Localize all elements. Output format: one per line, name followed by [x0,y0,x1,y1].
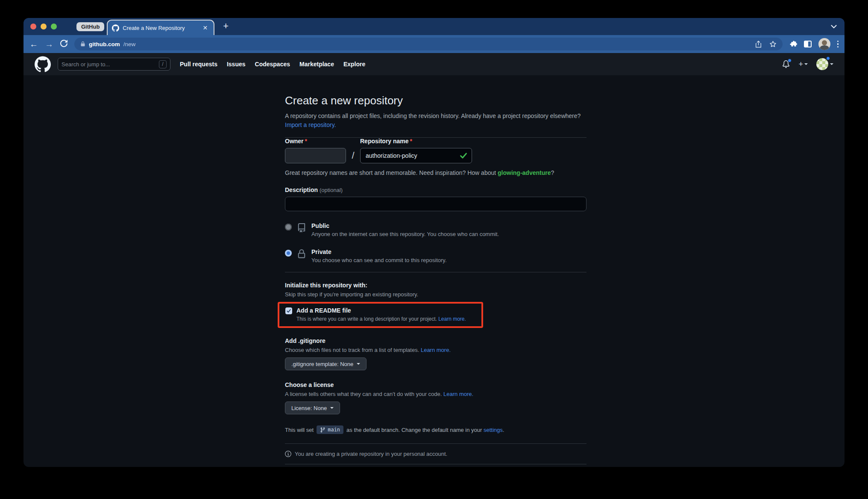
owner-repo-separator: / [346,150,360,161]
readme-note: This is where you can write a long descr… [296,316,466,322]
repo-name-fields: / [285,148,586,163]
url-path: /new [123,41,136,47]
private-option-row[interactable]: Private You choose who can see and commi… [285,248,586,263]
browser-menu-icon[interactable] [837,41,839,48]
tab-strip: GitHub Create a New Repository ✕ + [23,18,845,35]
nav-explore[interactable]: Explore [343,61,365,68]
info-note-row: You are creating a private repository in… [285,451,586,457]
gitignore-note: Choose which files not to track from a l… [285,347,586,353]
share-icon[interactable] [755,41,762,48]
initialize-title: Initialize this repository with: [285,282,586,289]
public-option-row[interactable]: Public Anyone on the internet can see th… [285,222,586,237]
readme-checkbox[interactable] [285,307,292,314]
suggested-name-link[interactable]: glowing-adventure [498,169,551,176]
gitignore-button-label: .gitignore template: None [291,361,353,367]
public-title: Public [311,222,499,229]
new-tab-button[interactable]: + [220,21,231,32]
github-logo-icon[interactable] [35,56,51,72]
tab-search-chevron-icon[interactable] [831,23,837,30]
repo-book-icon [297,223,306,234]
back-icon[interactable]: ← [29,40,38,48]
chevron-down-icon [357,363,360,365]
repo-name-labels: Owner* Repository name* [285,138,586,148]
description-input[interactable] [285,197,586,211]
private-note: You choose who can see and commit to thi… [311,257,447,263]
page-content: Create a new repository A repository con… [23,75,845,467]
owner-label: Owner* [285,138,346,145]
license-button-label: License: None [291,405,327,411]
branch-pill: main [317,425,343,434]
branch-note-middle: as the default branch. Change the defaul… [346,427,504,433]
chevron-down-icon [830,63,833,65]
github-header: / Pull requests Issues Codespaces Market… [23,53,845,75]
side-panel-icon[interactable] [804,41,812,47]
github-header-right: + [782,58,833,70]
tab-close-icon[interactable]: ✕ [201,24,210,32]
tab-title: Create a New Repository [123,25,197,31]
required-asterisk: * [410,138,412,145]
name-suggestion: Great repository names are short and mem… [285,169,586,176]
owner-select[interactable] [285,148,346,163]
readme-highlight-box: Add a README file This is where you can … [278,302,483,328]
git-branch-icon [320,427,326,433]
minimize-window-button[interactable] [41,24,47,30]
gitignore-title: Add .gitignore [285,337,586,344]
extensions-icon[interactable] [789,40,797,48]
divider [285,464,586,464]
toolbar-right [789,38,839,50]
suggestion-text: Great repository names are short and mem… [285,169,498,176]
settings-link[interactable]: settings [484,427,503,433]
license-learn-more-link[interactable]: Learn more. [443,391,473,397]
private-radio[interactable] [285,250,292,257]
avatar-notification-dot [826,56,830,60]
lock-icon [80,41,85,47]
search-input[interactable] [62,61,159,68]
url-bar[interactable]: github.com/new [74,38,783,50]
user-avatar-menu[interactable] [816,58,833,70]
private-title: Private [311,248,447,255]
slash-key-hint: / [159,60,167,68]
unread-notification-dot [788,59,792,62]
create-new-menu[interactable]: + [798,60,808,69]
gitignore-learn-more-link[interactable]: Learn more. [421,347,451,353]
reload-icon[interactable] [60,40,67,49]
notifications-bell-icon[interactable] [782,60,790,68]
name-available-check-icon [459,151,468,162]
branch-name: main [328,427,340,433]
readme-learn-more-link[interactable]: Learn more. [438,316,466,322]
divider [285,272,586,272]
nav-pull-requests[interactable]: Pull requests [180,61,217,68]
github-search-box[interactable]: / [58,58,170,71]
nav-marketplace[interactable]: Marketplace [299,61,334,68]
description-label: Description (optional) [285,186,586,193]
github-favicon-icon [112,24,119,32]
nav-codespaces[interactable]: Codespaces [255,61,290,68]
tab-group-label[interactable]: GitHub [76,22,104,31]
license-title: Choose a license [285,381,586,388]
divider [285,443,586,444]
intro-text: A repository contains all project files,… [285,112,586,130]
traffic-lights [30,24,57,30]
nav-issues[interactable]: Issues [227,61,246,68]
close-window-button[interactable] [30,24,36,30]
suggestion-question-mark: ? [551,169,554,176]
info-icon [285,451,291,457]
browser-profile-avatar[interactable] [818,38,830,50]
gitignore-template-button[interactable]: .gitignore template: None [285,357,367,370]
bookmark-star-icon[interactable] [769,41,777,48]
license-button[interactable]: License: None [285,402,340,414]
public-radio[interactable] [285,224,292,230]
info-note: You are creating a private repository in… [295,451,447,457]
readme-option-row[interactable]: Add a README file This is where you can … [285,307,476,322]
page-title: Create a new repository [285,94,586,107]
zoom-window-button[interactable] [51,24,57,30]
lock-icon [297,249,306,260]
intro-text-body: A repository contains all project files,… [285,112,581,119]
active-tab[interactable]: Create a New Repository ✕ [107,20,214,35]
new-repository-form: Create a new repository A repository con… [285,94,586,467]
forward-icon[interactable]: → [45,40,53,48]
github-nav: Pull requests Issues Codespaces Marketpl… [180,61,365,68]
import-repository-link[interactable]: Import a repository. [285,121,336,128]
repository-name-input[interactable] [360,148,472,163]
readme-label: Add a README file [296,307,466,314]
